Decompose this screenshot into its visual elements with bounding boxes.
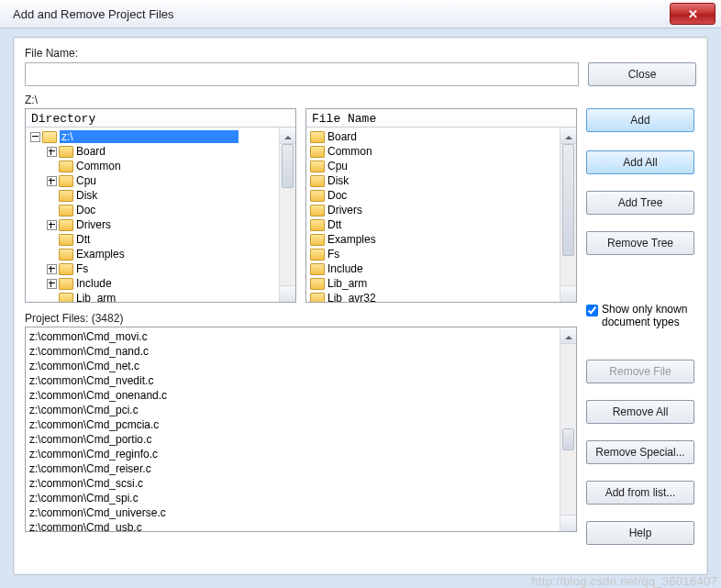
tree-item-label: Cpu <box>76 174 96 187</box>
directory-tree[interactable]: z:\BoardCommonCpuDiskDocDriversDttExampl… <box>26 128 295 302</box>
project-file-item[interactable]: z:\common\Cmd_portio.c <box>26 432 560 447</box>
project-file-item[interactable]: z:\common\Cmd_net.c <box>26 359 560 373</box>
project-files-scrollbar[interactable] <box>560 327 576 531</box>
file-list-label: Fs <box>327 248 339 261</box>
add-from-list-button[interactable]: Add from list... <box>586 481 694 505</box>
tree-item[interactable]: Disk <box>26 188 295 203</box>
remove-tree-button[interactable]: Remove Tree <box>586 231 694 255</box>
project-file-item[interactable]: z:\common\Cmd_usb.c <box>26 520 560 531</box>
folder-icon <box>59 278 73 290</box>
scroll-down-icon <box>565 519 572 527</box>
file-list-label: Disk <box>327 174 349 187</box>
folder-icon <box>59 249 73 261</box>
file-list-item[interactable]: Drivers <box>306 203 576 217</box>
folder-icon <box>59 205 73 216</box>
close-icon: ✕ <box>688 7 698 21</box>
tree-item[interactable]: Dtt <box>26 232 295 247</box>
help-button[interactable]: Help <box>586 521 694 545</box>
file-list-item[interactable]: Fs <box>306 247 576 261</box>
file-list-item[interactable]: Board <box>306 129 576 144</box>
filelist-header: File Name <box>306 109 576 128</box>
tree-item[interactable]: Lib_arm <box>26 291 295 302</box>
add-tree-button[interactable]: Add Tree <box>586 191 694 215</box>
close-button[interactable]: Close <box>588 62 696 86</box>
filelist-scrollbar[interactable] <box>560 128 576 302</box>
project-file-item[interactable]: z:\common\Cmd_scsi.c <box>26 476 560 491</box>
watermark: http://blog.csdn.net/qq_36016407 <box>531 574 717 588</box>
file-list-label: Dtt <box>327 218 341 231</box>
file-list-item[interactable]: Examples <box>306 232 576 247</box>
file-list-label: Lib_arm <box>327 277 367 290</box>
project-file-item[interactable]: z:\common\Cmd_universe.c <box>26 505 560 520</box>
folder-icon <box>310 219 325 231</box>
project-file-item[interactable]: z:\common\Cmd_nand.c <box>26 344 560 359</box>
window-close-button[interactable]: ✕ <box>670 3 715 25</box>
directory-scrollbar[interactable] <box>279 128 295 302</box>
dialog-panel: File Name: Close Z:\ Directory z:\BoardC… <box>13 37 708 575</box>
file-list-item[interactable]: Lib_avr32 <box>306 291 576 302</box>
project-file-item[interactable]: z:\common\Cmd_movi.c <box>26 329 560 344</box>
file-list-item[interactable]: Include <box>306 261 576 276</box>
scroll-thumb[interactable] <box>562 144 574 256</box>
remove-all-button[interactable]: Remove All <box>586 400 694 424</box>
project-file-item[interactable]: z:\common\Cmd_reiser.c <box>26 461 560 476</box>
tree-item[interactable]: Fs <box>26 261 295 276</box>
scroll-thumb[interactable] <box>562 428 574 450</box>
folder-icon <box>59 234 73 246</box>
tree-item-label: Include <box>76 277 112 290</box>
folder-open-icon <box>42 131 57 143</box>
folder-icon <box>310 161 325 172</box>
remove-special-button[interactable]: Remove Special... <box>586 440 694 464</box>
project-file-item[interactable]: z:\common\Cmd_spi.c <box>26 491 560 505</box>
add-button[interactable]: Add <box>586 108 694 132</box>
file-list[interactable]: BoardCommonCpuDiskDocDriversDttExamplesF… <box>306 128 576 302</box>
file-list-item[interactable]: Cpu <box>306 159 576 173</box>
scroll-thumb[interactable] <box>282 144 294 188</box>
directory-header: Directory <box>26 109 295 128</box>
tree-item-label: Disk <box>76 189 97 202</box>
folder-icon <box>310 249 325 261</box>
folder-icon <box>310 131 325 143</box>
tree-item[interactable]: Board <box>26 144 295 159</box>
folder-icon <box>59 263 73 275</box>
file-list-label: Lib_avr32 <box>327 292 376 302</box>
tree-item[interactable]: Examples <box>26 247 295 261</box>
file-list-item[interactable]: Common <box>306 144 576 159</box>
project-files-list[interactable]: z:\common\Cmd_movi.cz:\common\Cmd_nand.c… <box>26 327 560 531</box>
project-file-item[interactable]: z:\common\Cmd_pcmcia.c <box>26 417 560 432</box>
tree-item[interactable]: Doc <box>26 203 295 217</box>
button-column: Add Add All Add Tree Remove Tree Show on… <box>586 108 696 545</box>
file-list-item[interactable]: Doc <box>306 188 576 203</box>
tree-item[interactable]: Cpu <box>26 173 295 188</box>
directory-pane: Directory z:\BoardCommonCpuDiskDocDriver… <box>25 108 296 303</box>
folder-icon <box>310 175 325 187</box>
show-only-known-checkbox[interactable] <box>586 305 598 316</box>
tree-item[interactable]: Drivers <box>26 217 295 232</box>
file-list-item[interactable]: Disk <box>306 173 576 188</box>
remove-file-button[interactable]: Remove File <box>586 360 694 383</box>
tree-item[interactable]: Include <box>26 276 295 291</box>
file-name-label: File Name: <box>25 47 696 60</box>
file-list-label: Common <box>327 145 372 158</box>
file-list-label: Cpu <box>327 160 348 172</box>
scroll-down-icon <box>284 290 292 297</box>
project-file-item[interactable]: z:\common\Cmd_reginfo.c <box>26 447 560 461</box>
folder-icon <box>310 234 325 246</box>
file-list-label: Doc <box>327 189 347 202</box>
add-all-button[interactable]: Add All <box>586 150 694 174</box>
project-file-item[interactable]: z:\common\Cmd_pci.c <box>26 403 560 417</box>
tree-item-label: Lib_arm <box>76 292 116 302</box>
tree-item[interactable]: Common <box>26 159 295 173</box>
folder-icon <box>310 263 325 275</box>
project-files-label: Project Files: (3482) <box>25 312 577 325</box>
file-list-item[interactable]: Lib_arm <box>306 276 576 291</box>
folder-icon <box>310 190 325 202</box>
folder-icon <box>310 205 325 216</box>
filelist-pane: File Name BoardCommonCpuDiskDocDriversDt… <box>305 108 577 303</box>
tree-root[interactable]: z:\ <box>60 130 238 143</box>
project-file-item[interactable]: z:\common\Cmd_onenand.c <box>26 388 560 403</box>
folder-icon <box>59 161 73 172</box>
file-name-input[interactable] <box>25 62 579 86</box>
file-list-item[interactable]: Dtt <box>306 217 576 232</box>
project-file-item[interactable]: z:\common\Cmd_nvedit.c <box>26 373 560 388</box>
